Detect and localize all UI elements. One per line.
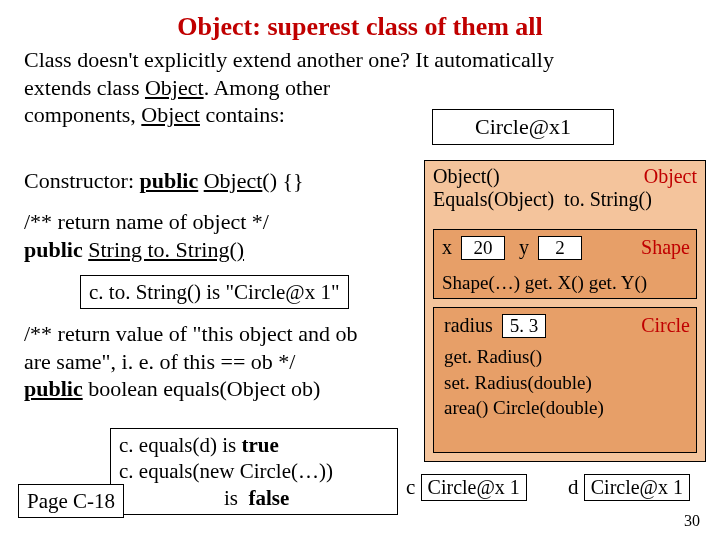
equals-true: true [241,433,278,457]
constructor-label: Constructor: [24,168,140,193]
object-ctor-method: Object() [433,165,500,187]
var-d-name: d [568,475,579,499]
equals-line-2: c. equals(new Circle(…)) [119,459,333,483]
object-tostring-method: to. String() [564,188,652,210]
object-diagram: Object() Equals(Object) to. String() Obj… [424,160,706,462]
circle-area-ctor: area() Circle(double) [444,397,604,418]
equals-public-kw: public [24,376,83,401]
circle-instance-id-box: Circle@x1 [432,109,614,145]
circle-radius-label: radius [444,314,493,336]
constructor-line: Constructor: public Object() {} [24,168,414,194]
slide-title: Object: superest class of them all [0,12,720,42]
equals-false: false [249,486,290,510]
slide: Object: superest class of them all Class… [0,0,720,540]
intro-line-3c: contains: [200,102,285,127]
circle-radius-value: 5. 3 [502,314,546,338]
intro-object-1: Object [145,75,204,100]
circle-diagram: Circle radius 5. 3 get. Radius() set. Ra… [433,307,697,453]
shape-class-label: Shape [641,236,690,259]
equals-comment-1: /** return value of "this object and ob [24,321,357,346]
equals-line-1a: c. equals(d) is [119,433,241,457]
tostring-public-kw: public [24,237,88,262]
tostring-result-callout: c. to. String() is "Circle@x 1" [80,275,349,309]
constructor-public-kw: public [140,168,199,193]
intro-object-2: Object [141,102,200,127]
circle-getradius: get. Radius() [444,346,542,367]
intro-line-3a: components, [24,102,141,127]
intro-line-2a: extends class [24,75,145,100]
slide-number: 30 [684,512,700,530]
constructor-tail: () {} [262,168,303,193]
var-c-value: Circle@x 1 [421,474,527,501]
tostring-decl: /** return name of object */ public Stri… [24,208,414,263]
equals-sig: boolean equals(Object ob) [83,376,321,401]
circle-class-label: Circle [641,314,690,337]
shape-x-value: 20 [461,236,505,260]
object-class-label: Object [644,165,697,188]
shape-y-label: y [519,236,529,258]
intro-line-1: Class doesn't explicitly extend another … [24,47,554,72]
tostring-sig: String to. String() [88,237,244,262]
equals-line-3a: is [119,486,249,510]
equals-result-callout: c. equals(d) is true c. equals(new Circl… [110,428,398,515]
object-equals-method: Equals(Object) [433,188,554,210]
circle-setradius: set. Radius(double) [444,372,592,393]
variable-d: d Circle@x 1 [568,474,690,501]
page-ref-callout: Page C-18 [18,484,124,518]
shape-diagram: Shape x 20 y 2 Shape(…) get. X() get. Y(… [433,229,697,299]
constructor-object: Object [204,168,263,193]
var-c-name: c [406,475,415,499]
shape-y-value: 2 [538,236,582,260]
intro-line-2c: . Among other [204,75,331,100]
circle-fields: radius 5. 3 [444,314,550,338]
equals-comment-2: are same", i. e. of this == ob */ [24,349,295,374]
shape-x-label: x [442,236,452,258]
circle-methods: get. Radius() set. Radius(double) area()… [444,344,690,421]
shape-methods: Shape(…) get. X() get. Y() [442,272,690,294]
shape-fields: x 20 y 2 [442,236,586,260]
var-d-value: Circle@x 1 [584,474,690,501]
tostring-comment: /** return name of object */ [24,209,269,234]
variable-c: c Circle@x 1 [406,474,527,501]
equals-decl: /** return value of "this object and ob … [24,320,414,403]
